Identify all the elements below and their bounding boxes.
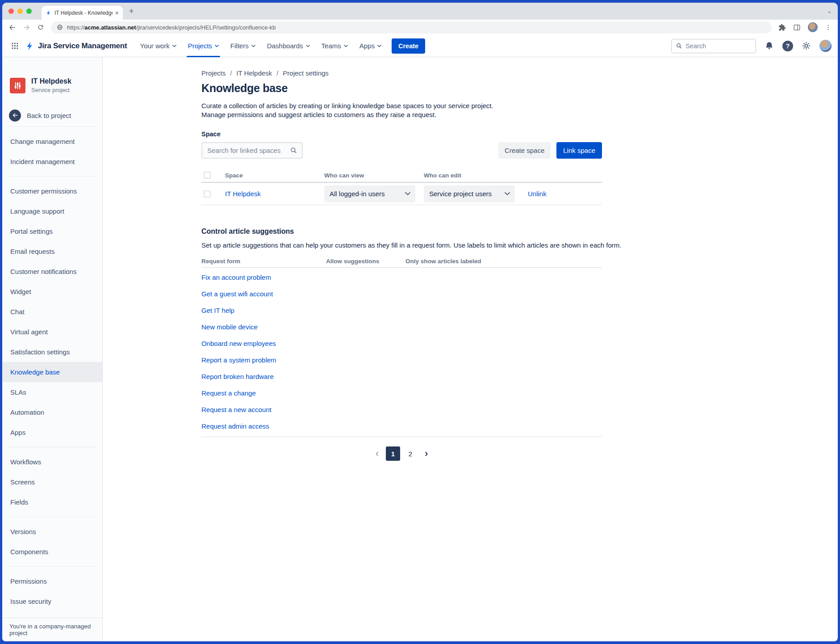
sidebar-item-issue-security[interactable]: Issue security — [2, 591, 102, 611]
sidebar-item-satisfaction-settings[interactable]: Satisfaction settings — [2, 342, 102, 362]
sidebar-divider — [8, 517, 96, 517]
request-form-link-fix-an-account-problem[interactable]: Fix an account problem — [201, 274, 271, 281]
next-page-icon[interactable]: › — [421, 449, 432, 459]
breadcrumb-separator: / — [276, 69, 278, 77]
nav-item-teams[interactable]: Teams — [316, 35, 354, 57]
sidebar-item-incident-management[interactable]: Incident management — [2, 152, 102, 172]
new-tab-button[interactable]: + — [129, 7, 134, 16]
create-button[interactable]: Create — [392, 38, 425, 54]
sidebar-item-apps[interactable]: Apps — [2, 422, 102, 442]
sidebar-item-customer-notifications[interactable]: Customer notifications — [2, 261, 102, 282]
who-can-edit-dropdown[interactable]: Service project users — [424, 185, 515, 202]
toggle-knob — [321, 374, 328, 381]
toggle-knob — [321, 423, 328, 430]
help-icon[interactable]: ? — [782, 41, 793, 51]
reload-icon[interactable] — [37, 24, 44, 31]
back-icon[interactable] — [8, 24, 16, 31]
linked-spaces-search-input[interactable] — [207, 147, 290, 154]
sidebar-item-automation[interactable]: Automation — [2, 402, 102, 422]
sidebar-item-chat[interactable]: Chat — [2, 302, 102, 322]
url-text: https://acme.atlassian.net/jira/serviced… — [67, 24, 276, 31]
url-field[interactable]: https://acme.atlassian.net/jira/serviced… — [51, 21, 772, 34]
sidebar-item-permissions[interactable]: Permissions — [2, 571, 102, 591]
close-window-button[interactable] — [8, 8, 14, 14]
request-form-link-get-a-guest-wifi-account[interactable]: Get a guest wifi account — [201, 290, 273, 298]
app-switcher-grid-icon[interactable] — [8, 39, 21, 52]
sidebar-item-screens[interactable]: Screens — [2, 472, 102, 492]
nav-item-filters[interactable]: Filters — [225, 35, 261, 57]
back-to-project[interactable]: Back to project — [2, 109, 102, 122]
forward-icon[interactable] — [23, 24, 30, 31]
browser-toolbar-icons — [778, 22, 832, 32]
sidebar-item-language-support[interactable]: Language support — [2, 201, 102, 221]
request-form-link-report-broken-hardware[interactable]: Report broken hardware — [201, 373, 274, 380]
request-form-link-get-it-help[interactable]: Get IT help — [201, 307, 234, 314]
nav-item-label: Your work — [140, 42, 170, 50]
nav-item-label: Filters — [230, 42, 249, 50]
app-logo[interactable]: Jira Service Management — [25, 41, 127, 51]
sidebar-item-change-management[interactable]: Change management — [2, 131, 102, 152]
settings-gear-icon[interactable] — [802, 41, 811, 51]
global-search-input[interactable] — [685, 42, 752, 50]
space-link-it-helpdesk[interactable]: IT Helpdesk — [225, 190, 261, 198]
minimize-window-button[interactable] — [17, 8, 23, 14]
breadcrumb-projects[interactable]: Projects — [201, 69, 226, 77]
notifications-bell-icon[interactable] — [765, 41, 774, 51]
extensions-puzzle-icon[interactable] — [778, 24, 786, 31]
nav-item-projects[interactable]: Projects — [182, 35, 225, 57]
tab-close-icon[interactable]: × — [115, 10, 119, 16]
who-can-view-dropdown[interactable]: All logged-in users — [324, 185, 415, 202]
breadcrumb-project-settings[interactable]: Project settings — [283, 69, 329, 77]
suggestions-heading: Control article suggestions — [201, 227, 838, 236]
tab-title: IT Helpdesk - Knowledge base — [54, 10, 113, 16]
check-icon: ✓ — [331, 274, 335, 280]
browser-menu-kebab-icon[interactable] — [825, 24, 832, 31]
request-form-link-onboard-new-employees[interactable]: Onboard new employees — [201, 340, 276, 347]
nav-item-dashboards[interactable]: Dashboards — [261, 35, 316, 57]
suggestion-row: Report broken hardware✓ — [201, 368, 602, 385]
sidebar-item-slas[interactable]: SLAs — [2, 382, 102, 402]
request-form-link-request-a-change[interactable]: Request a change — [201, 389, 256, 397]
back-label: Back to project — [27, 112, 71, 119]
request-form-link-report-a-system-problem[interactable]: Report a system problem — [201, 356, 276, 364]
content-row: IT Helpdesk Service project Back to proj… — [2, 57, 838, 641]
sidebar-item-components[interactable]: Components — [2, 542, 102, 562]
sidebar-item-widget[interactable]: Widget — [2, 282, 102, 302]
nav-item-apps[interactable]: Apps — [354, 35, 387, 57]
space-controls: Create space Link space — [201, 142, 602, 159]
request-form-link-request-a-new-account[interactable]: Request a new account — [201, 406, 272, 413]
description-line-2: Manage permissions and suggest articles … — [201, 110, 838, 119]
sidebar-item-virtual-agent[interactable]: Virtual agent — [2, 322, 102, 342]
sidebar-item-customer-permissions[interactable]: Customer permissions — [2, 181, 102, 201]
page-1[interactable]: 1 — [386, 446, 400, 461]
space-table: Space Who can view Who can edit IT Helpd… — [201, 168, 602, 205]
page-2[interactable]: 2 — [403, 446, 418, 461]
browser-tab[interactable]: IT Helpdesk - Knowledge base × — [42, 6, 123, 20]
row-checkbox[interactable] — [204, 190, 211, 198]
pagination: ‹ 12 › — [201, 446, 602, 461]
nav-item-your-work[interactable]: Your work — [134, 35, 182, 57]
tab-search-chevron-icon[interactable]: ⌄ — [827, 8, 832, 14]
select-all-checkbox[interactable] — [204, 172, 211, 179]
linked-spaces-search[interactable] — [201, 142, 303, 159]
sidebar-item-email-requests[interactable]: Email requests — [2, 241, 102, 261]
global-search[interactable] — [671, 39, 756, 53]
sidebar-item-workflows[interactable]: Workflows — [2, 452, 102, 472]
side-panel-icon[interactable] — [793, 24, 801, 31]
request-form-link-new-mobile-device[interactable]: New mobile device — [201, 323, 258, 331]
user-avatar[interactable] — [819, 40, 832, 52]
breadcrumb-it-helpdesk[interactable]: IT Helpdesk — [236, 69, 272, 77]
window-controls — [8, 8, 32, 14]
sidebar-item-fields[interactable]: Fields — [2, 492, 102, 512]
unlink-button[interactable]: Unlink — [528, 190, 547, 198]
link-space-button[interactable]: Link space — [556, 142, 602, 159]
browser-profile-avatar[interactable] — [808, 22, 818, 32]
request-form-link-request-admin-access[interactable]: Request admin access — [201, 422, 269, 430]
zoom-window-button[interactable] — [26, 8, 32, 14]
main-content: Projects/IT Helpdesk/Project settings Kn… — [103, 57, 838, 641]
sidebar-item-versions[interactable]: Versions — [2, 522, 102, 542]
sidebar-item-knowledge-base[interactable]: Knowledge base — [2, 362, 102, 382]
sidebar-item-portal-settings[interactable]: Portal settings — [2, 221, 102, 241]
create-space-button[interactable]: Create space — [498, 142, 551, 159]
previous-page-icon[interactable]: ‹ — [372, 449, 383, 459]
